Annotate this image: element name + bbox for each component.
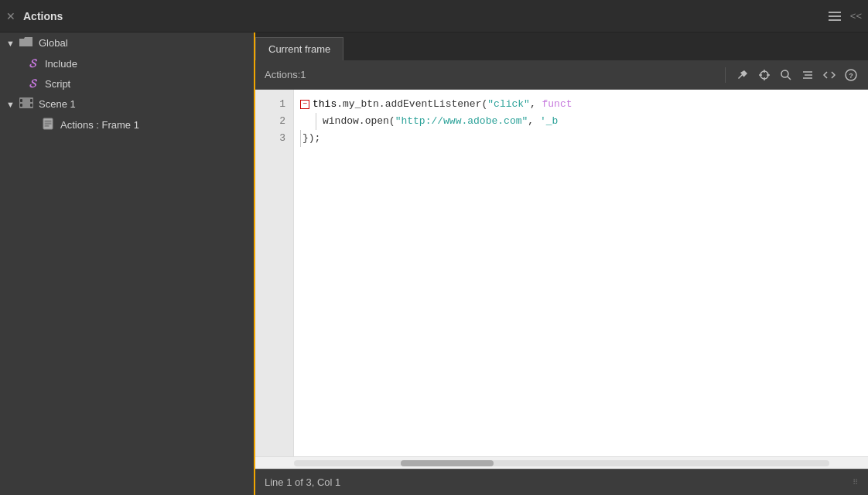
svg-line-16 [788, 77, 791, 80]
svg-rect-3 [20, 104, 22, 107]
tree-item-script[interactable]: 𝓢 Script [0, 73, 254, 94]
tree-item-actions-frame[interactable]: Actions : Frame 1 [0, 114, 254, 135]
script-icon-script: 𝓢 [25, 77, 40, 90]
line-numbers: 1 2 3 [255, 90, 294, 456]
collapse-btn-1[interactable]: − [300, 100, 309, 109]
code-editor[interactable]: − this.my_btn.addEventListener("click", … [294, 90, 868, 456]
collapse-arrows-icon[interactable]: << [850, 10, 862, 22]
tree-item-scene1[interactable]: ▼ Scene 1 [0, 94, 254, 114]
scrollbar-track[interactable] [294, 460, 829, 466]
help-icon: ? [845, 69, 857, 81]
code-line-2: window.open("http://www.adobe.com", '_b [300, 113, 868, 130]
frame-icon [40, 118, 56, 132]
svg-rect-6 [45, 121, 51, 122]
format-button[interactable] [797, 66, 818, 84]
help-button[interactable]: ? [840, 66, 862, 84]
tree-arrow-global: ▼ [6, 39, 15, 48]
svg-rect-1 [20, 99, 22, 102]
format-icon [801, 69, 814, 81]
target-button[interactable] [754, 66, 775, 84]
indent-guide-3 [300, 130, 301, 147]
pin-button[interactable] [732, 66, 754, 84]
scrollbar-area[interactable] [255, 456, 868, 469]
right-panel: Current frame Actions:1 [255, 32, 868, 495]
tab-bar: Current frame [255, 32, 868, 60]
tab-current-frame-label: Current frame [268, 43, 330, 55]
svg-text:?: ? [849, 72, 853, 80]
code-line-1: − this.my_btn.addEventListener("click", … [300, 96, 868, 113]
script-icon-include: 𝓢 [25, 56, 40, 70]
tree-item-include[interactable]: 𝓢 Include [0, 53, 254, 73]
code-line-3: }); [300, 130, 868, 147]
code-token-this: this [313, 96, 337, 113]
menu-icon[interactable] [825, 9, 844, 24]
left-panel: ▼ Global 𝓢 Include 𝓢 Script ▼ [0, 32, 255, 495]
drag-handle[interactable]: ⠿ [853, 478, 859, 486]
folder-icon [19, 36, 34, 50]
code-icon [823, 69, 836, 81]
code-view-button[interactable] [818, 66, 840, 84]
svg-rect-2 [30, 99, 32, 102]
pin-icon [736, 69, 749, 81]
main-layout: ▼ Global 𝓢 Include 𝓢 Script ▼ [0, 32, 868, 495]
toolbar-actions-label: Actions:1 [261, 69, 306, 80]
tree-label-script: Script [45, 78, 70, 90]
tree-item-global[interactable]: ▼ Global [0, 32, 254, 53]
status-text: Line 1 of 3, Col 1 [265, 476, 340, 488]
tree-label-global: Global [39, 37, 68, 49]
search-icon [780, 69, 792, 81]
indent-guide [316, 113, 316, 130]
title-bar: ✕ Actions << [0, 0, 868, 32]
svg-rect-7 [45, 123, 51, 125]
tree-label-actions-frame: Actions : Frame 1 [60, 119, 139, 131]
tab-current-frame[interactable]: Current frame [255, 37, 343, 60]
line-num-2: 2 [255, 113, 293, 130]
svg-rect-8 [45, 125, 49, 127]
close-icon[interactable]: ✕ [6, 10, 15, 22]
panel-title: Actions [23, 10, 825, 22]
search-button[interactable] [775, 66, 797, 84]
tree-label-scene1: Scene 1 [39, 98, 76, 110]
tree-label-include: Include [45, 58, 77, 70]
toolbar-divider-1 [725, 67, 726, 83]
line-num-3: 3 [255, 130, 293, 147]
scrollbar-thumb[interactable] [401, 460, 494, 466]
code-area[interactable]: 1 2 3 − this.my_btn.addEventListener("cl… [255, 90, 868, 456]
svg-point-15 [781, 70, 788, 77]
tree-arrow-scene1: ▼ [6, 100, 15, 109]
status-bar: Line 1 of 3, Col 1 ⠿ [255, 469, 868, 495]
svg-rect-4 [30, 104, 32, 107]
toolbar: Actions:1 [255, 60, 868, 90]
line-num-1: 1 [255, 96, 293, 113]
target-icon [758, 69, 771, 81]
film-icon [19, 97, 34, 111]
